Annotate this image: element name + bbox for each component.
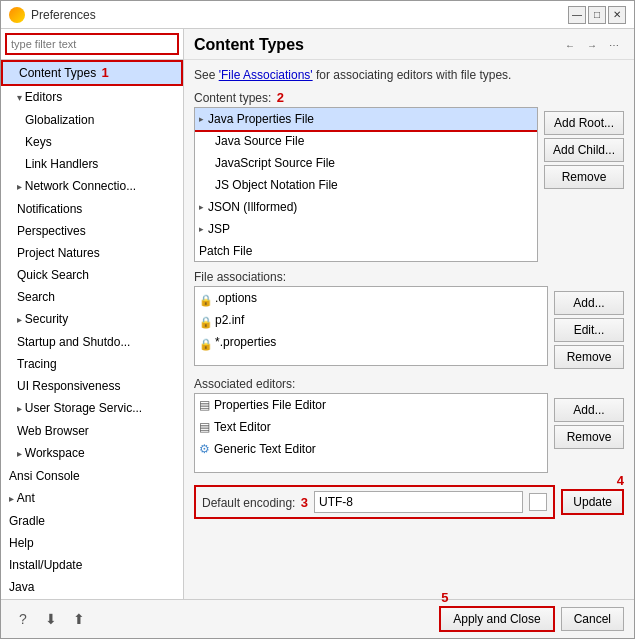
import-button[interactable]: ⬇ [39,607,63,631]
content-type-java-source-file[interactable]: Java Source File [195,130,537,152]
window-title: Preferences [31,8,96,22]
file-assoc-label: File associations: [194,270,548,284]
sidebar-item-ansi-console[interactable]: Ansi Console [1,465,183,487]
editors-label: Associated editors: [194,377,548,391]
file-assoc-buttons: Add... Edit... Remove [554,270,624,369]
content-type-javascript-source-file[interactable]: JavaScript Source File [195,152,537,174]
encoding-section: Default encoding: 3 [194,485,555,519]
editor-text-editor[interactable]: Text Editor [195,416,547,438]
content-type-java-properties-file[interactable]: ▸ Java Properties File [195,108,537,130]
close-button[interactable]: ✕ [608,6,626,24]
forward-button[interactable]: → [582,35,602,55]
content-types-label: Content types: 2 [194,90,538,105]
sidebar-item-gradle[interactable]: Gradle [1,510,183,532]
sidebar-item-startup-shutdown[interactable]: Startup and Shutdo... [1,331,183,353]
panel-header: Content Types ← → ⋯ [184,29,634,60]
sidebar-item-tracing[interactable]: Tracing [1,353,183,375]
add-child-button[interactable]: Add Child... [544,138,624,162]
sidebar-item-keys[interactable]: Keys [1,131,183,153]
content-types-section: Content types: 2 ▸ Java Properties File … [194,90,624,262]
sidebar-item-ant[interactable]: Ant [1,487,183,510]
lock-icon [199,335,211,349]
sidebar-item-editors[interactable]: Editors [1,86,183,109]
content-types-buttons: Add Root... Add Child... Remove [544,90,624,262]
sidebar-item-search[interactable]: Search [1,286,183,308]
cancel-button[interactable]: Cancel [561,607,624,631]
app-icon [9,7,25,23]
bottom-left-icons: ? ⬇ ⬆ [11,607,91,631]
expand-arrow-icon: ▸ [199,198,204,216]
add-editor-button[interactable]: Add... [554,398,624,422]
sidebar-item-help[interactable]: Help [1,532,183,554]
content-types-list-area: Content types: 2 ▸ Java Properties File … [194,90,538,262]
more-button[interactable]: ⋯ [604,35,624,55]
file-associations-link[interactable]: 'File Associations' [219,68,313,82]
editors-buttons: Add... Remove [554,377,624,473]
bottom-bar: ? ⬇ ⬆ 5 Apply and Close Cancel [1,599,634,638]
back-button[interactable]: ← [560,35,580,55]
remove-editor-button[interactable]: Remove [554,425,624,449]
editor-icon [199,396,210,414]
add-root-button[interactable]: Add Root... [544,111,624,135]
remove-content-type-button[interactable]: Remove [544,165,624,189]
content-type-js-object-notation-file[interactable]: JS Object Notation File [195,174,537,196]
sidebar-item-globalization[interactable]: Globalization [1,109,183,131]
tree-area: Content Types 1 Editors Globalization Ke… [1,60,183,599]
sidebar-item-workspace[interactable]: Workspace [1,442,183,465]
file-assoc-properties[interactable]: *.properties [195,331,547,353]
sidebar-item-project-natures[interactable]: Project Natures [1,242,183,264]
panel-title: Content Types [194,36,304,54]
sidebar-item-perspectives[interactable]: Perspectives [1,220,183,242]
export-button[interactable]: ⬆ [67,607,91,631]
edit-file-assoc-button[interactable]: Edit... [554,318,624,342]
update-button-wrapper: 4 Update [561,489,624,515]
maximize-button[interactable]: □ [588,6,606,24]
content-type-json-illformed[interactable]: ▸ JSON (Illformed) [195,196,537,218]
apply-close-button[interactable]: Apply and Close [439,606,554,632]
content-types-list: ▸ Java Properties File Java Source File … [194,107,538,262]
title-controls: — □ ✕ [568,6,626,24]
file-assoc-options[interactable]: .options [195,287,547,309]
sidebar-item-network-connections[interactable]: Network Connectio... [1,175,183,198]
filter-box [1,29,183,60]
file-assoc-list: .options p2.inf *.properties [194,286,548,366]
editor-properties-file-editor[interactable]: Properties File Editor [195,394,547,416]
sidebar-item-notifications[interactable]: Notifications [1,198,183,220]
sidebar-item-install-update[interactable]: Install/Update [1,554,183,576]
sidebar-item-security[interactable]: Security [1,308,183,331]
content-type-jsp[interactable]: ▸ JSP [195,218,537,240]
main-content: Content Types 1 Editors Globalization Ke… [1,29,634,599]
sidebar-item-quick-search[interactable]: Quick Search [1,264,183,286]
sidebar-item-link-handlers[interactable]: Link Handlers [1,153,183,175]
add-file-assoc-button[interactable]: Add... [554,291,624,315]
sidebar-item-web-browser[interactable]: Web Browser [1,420,183,442]
expand-arrow-icon: ▸ [199,220,204,238]
title-bar-left: Preferences [9,7,96,23]
minimize-button[interactable]: — [568,6,586,24]
sidebar: Content Types 1 Editors Globalization Ke… [1,29,184,599]
encoding-input[interactable] [314,491,523,513]
panel-toolbar: ← → ⋯ [560,35,624,55]
associated-editors-section: Associated editors: Properties File Edit… [194,377,624,473]
generic-editor-icon: ⚙ [199,440,210,458]
remove-file-assoc-button[interactable]: Remove [554,345,624,369]
sidebar-item-ui-responsiveness[interactable]: UI Responsiveness [1,375,183,397]
filter-input[interactable] [5,33,179,55]
help-icon-button[interactable]: ? [11,607,35,631]
file-associations-section: File associations: .options p2.inf [194,270,624,369]
sidebar-item-content-types[interactable]: Content Types 1 [1,60,183,86]
preferences-window: Preferences — □ ✕ Content Types 1 Editor… [0,0,635,639]
content-type-patch-file[interactable]: Patch File [195,240,537,262]
description-line: See 'File Associations' for associating … [194,68,624,82]
editors-list-area: Associated editors: Properties File Edit… [194,377,548,473]
editor-icon [199,418,210,436]
expand-arrow-icon: ▸ [199,110,204,128]
encoding-dropdown-button[interactable] [529,493,547,511]
sidebar-item-java[interactable]: Java [1,576,183,598]
encoding-row: Default encoding: 3 4 Update [194,485,624,519]
editor-generic-text-editor[interactable]: ⚙ Generic Text Editor [195,438,547,460]
file-assoc-p2-inf[interactable]: p2.inf [195,309,547,331]
sidebar-item-user-storage[interactable]: User Storage Servic... [1,397,183,420]
update-button[interactable]: Update [561,489,624,515]
apply-close-wrapper: 5 Apply and Close [439,606,554,632]
